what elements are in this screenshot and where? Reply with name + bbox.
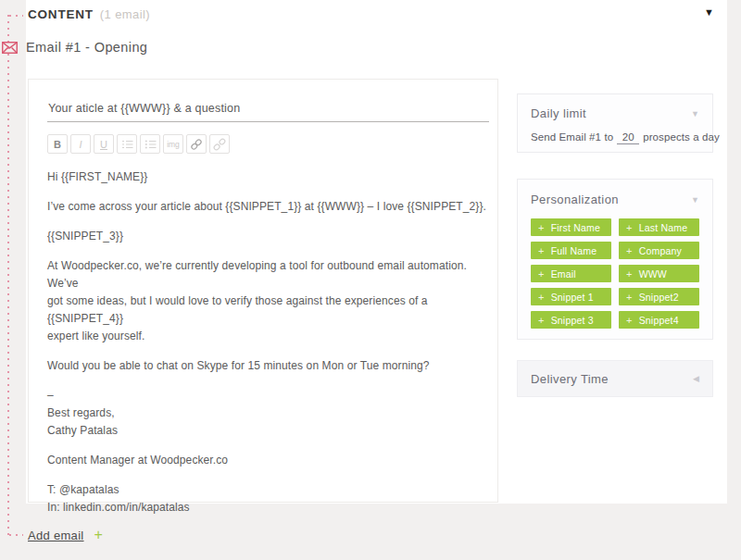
daily-limit-sentence: Send Email #1 to prospects a day [531,131,699,144]
tag-label: Full Name [551,245,597,256]
personalization-grid: +First Name +Last Name +Full Name +Compa… [531,218,699,329]
plus-icon: + [538,268,545,280]
plus-icon: + [538,245,545,256]
email-body-editor[interactable]: Hi {{FIRST_NAME}} I’ve come across your … [47,168,494,516]
tag-label: Email [551,268,576,280]
plus-icon: + [538,315,545,326]
email-editor-panel: B I U img [28,79,498,503]
delivery-time-panel: Delivery Time ◀ [517,360,713,397]
email-count: (1 email) [100,7,150,21]
dotted-connector-vertical [7,15,9,535]
daily-limit-panel: Daily limit ▼ Send Email #1 to prospects… [517,93,713,153]
chevron-left-icon[interactable]: ◀ [693,374,699,383]
add-email-link[interactable]: Add email [28,529,84,542]
tag-label: Snippet2 [639,292,679,303]
italic-button[interactable]: I [70,134,91,154]
tag-label: Snippet 3 [551,315,594,326]
link-icon [190,138,203,151]
plus-icon: + [626,222,633,233]
insert-last-name-button[interactable]: +Last Name [619,218,699,236]
insert-email-button[interactable]: +Email [531,265,611,282]
insert-link-button[interactable] [186,134,207,154]
insert-image-button[interactable]: img [163,134,183,154]
tag-label: First Name [551,222,600,233]
ordered-list-icon [121,139,133,150]
tag-label: Last Name [639,222,688,233]
insert-snippet1-button[interactable]: +Snippet 1 [531,288,611,305]
plus-icon: + [626,245,633,256]
plus-icon: + [538,292,545,303]
personalization-header: Personalization ▼ [531,193,699,206]
section-header: CONTENT (1 email) [28,7,150,21]
plus-icon[interactable]: + [94,527,103,543]
daily-limit-input[interactable] [617,131,639,144]
tag-label: Snippet 1 [551,292,594,303]
plus-icon: + [626,315,633,326]
daily-limit-header: Daily limit ▼ [531,106,699,120]
body-paragraph: – Best regards, Cathy Patalas [47,387,494,440]
insert-www-button[interactable]: +WWW [619,265,699,282]
body-paragraph: {{SNIPPET_3}} [47,228,494,245]
insert-snippet2-button[interactable]: +Snippet2 [619,288,699,305]
body-paragraph: Content Manager at Woodpecker.co [47,452,494,469]
bold-button[interactable]: B [47,134,68,154]
insert-first-name-button[interactable]: +First Name [531,218,611,236]
daily-limit-title: Daily limit [531,106,586,120]
tag-label: Snippet4 [639,315,679,326]
plus-icon: + [626,268,633,280]
dotted-connector-bottom [9,534,23,536]
tag-label: WWW [639,268,667,280]
plus-icon: + [538,222,545,233]
chevron-down-icon[interactable]: ▼ [691,195,699,205]
section-title: CONTENT [28,7,94,21]
insert-company-button[interactable]: +Company [619,242,699,259]
unlink-icon [213,138,226,151]
body-paragraph: Would you be able to chat on Skype for 1… [47,357,494,375]
insert-full-name-button[interactable]: +Full Name [531,242,611,259]
tag-label: Company [639,245,682,256]
chevron-down-icon[interactable]: ▼ [691,109,699,118]
ordered-list-button[interactable] [117,134,137,154]
formatting-toolbar: B I U img [47,134,490,154]
daily-limit-text-after: prospects a day [643,131,720,143]
personalization-title: Personalization [531,193,619,206]
remove-link-button[interactable] [209,134,230,154]
subject-input[interactable] [47,102,489,122]
email-title-row: Email #1 - Opening [2,40,147,55]
body-paragraph: I’ve come across your article about {{SN… [47,198,494,216]
add-email-row: Add email + [28,527,103,543]
underline-button[interactable]: U [94,134,114,154]
section-collapse-triangle-icon[interactable]: ▼ [704,6,714,18]
plus-icon: + [626,292,633,303]
delivery-time-title: Delivery Time [531,372,609,386]
unordered-list-button[interactable] [140,134,160,154]
dotted-connector-top [9,15,23,17]
envelope-icon [2,42,18,54]
insert-snippet4-button[interactable]: +Snippet4 [619,311,699,329]
body-paragraph: T: @kapatalas In: linkedin.com/in/kapata… [47,481,494,516]
unordered-list-icon [144,139,157,150]
personalization-panel: Personalization ▼ +First Name +Last Name… [517,179,713,340]
insert-snippet3-button[interactable]: +Snippet 3 [531,311,611,329]
email-title: Email #1 - Opening [26,40,147,55]
body-paragraph: At Woodpecker.co, we’re currently develo… [47,257,494,345]
body-paragraph: Hi {{FIRST_NAME}} [47,168,494,186]
daily-limit-text-before: Send Email #1 to [531,131,613,143]
